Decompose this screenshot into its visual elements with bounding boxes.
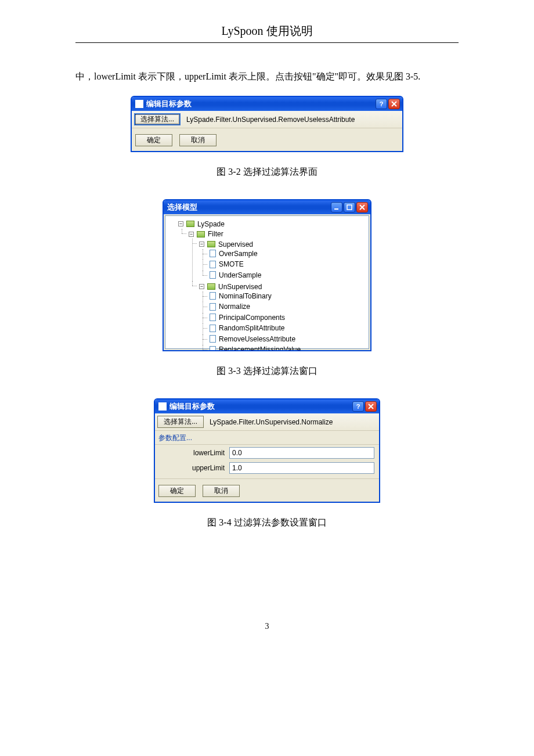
file-icon <box>210 325 216 332</box>
app-icon <box>158 402 167 411</box>
tree-label: LySpade <box>197 219 225 229</box>
window-title: 选择模型 <box>167 202 331 213</box>
folder-icon <box>207 241 215 247</box>
collapse-icon[interactable]: − <box>189 232 194 237</box>
tree-label: ReplacementMissingValue <box>219 345 301 351</box>
algorithm-path-text: LySpade.Filter.UnSupervised.RemoveUseles… <box>186 116 355 124</box>
tree-label: NominalToBinary <box>219 291 272 301</box>
folder-icon <box>207 283 215 290</box>
cancel-button[interactable]: 取消 <box>203 485 240 497</box>
close-button[interactable] <box>356 202 368 213</box>
tree-label: RandomSplitAttribute <box>219 323 284 333</box>
figure-caption-3-4: 图 3-4 过滤算法参数设置窗口 <box>75 517 459 529</box>
tree-label: SMOTE <box>219 260 244 269</box>
svg-rect-0 <box>347 205 352 210</box>
file-icon <box>210 250 216 257</box>
minimize-button[interactable] <box>331 202 342 213</box>
titlebar[interactable]: 编辑目标参数 ? <box>132 97 402 111</box>
tree-label: OverSample <box>219 249 258 258</box>
tree-label: Supervised <box>218 240 253 249</box>
folder-icon <box>197 231 205 237</box>
param-label-lowerlimit: lowerLimit <box>160 449 229 457</box>
tree-leaf[interactable]: RandomSplitAttribute <box>210 323 284 333</box>
dialog-edit-target-params-2: 编辑目标参数 ? 选择算法... LySpade.Filter.UnSuperv… <box>154 398 380 503</box>
ok-button[interactable]: 确定 <box>158 485 196 497</box>
close-button[interactable] <box>365 401 377 412</box>
tree-leaf[interactable]: PrincipalComponents <box>210 313 285 322</box>
tree-label: PrincipalComponents <box>219 313 285 322</box>
tree-label: Filter <box>208 229 223 239</box>
figure-caption-3-2: 图 3-2 选择过滤算法界面 <box>75 166 459 178</box>
file-icon <box>210 346 216 352</box>
maximize-button[interactable] <box>344 202 355 213</box>
tree-leaf[interactable]: NominalToBinary <box>210 291 272 301</box>
close-icon <box>359 204 365 210</box>
section-params-config: 参数配置... <box>155 431 379 445</box>
file-icon <box>210 271 216 279</box>
tree-node-supervised[interactable]: − Supervised <box>199 240 253 249</box>
cancel-button[interactable]: 取消 <box>179 134 217 146</box>
page-header: LySpoon 使用说明 <box>75 23 459 43</box>
tree-leaf[interactable]: Normalize <box>210 302 250 311</box>
body-paragraph: 中，lowerLimit 表示下限，upperLimit 表示上限。点击按钮"确… <box>75 66 459 87</box>
help-button[interactable]: ? <box>376 99 387 109</box>
lowerlimit-input[interactable] <box>229 447 374 459</box>
collapse-icon[interactable]: − <box>199 242 204 247</box>
minimize-icon <box>334 204 340 210</box>
collapse-icon[interactable]: − <box>199 284 204 289</box>
window-title: 编辑目标参数 <box>169 401 352 412</box>
file-icon <box>210 292 216 300</box>
app-icon <box>135 100 143 108</box>
tree-node-root[interactable]: − LySpade <box>178 219 225 229</box>
help-button[interactable]: ? <box>352 401 364 412</box>
file-icon <box>210 314 216 321</box>
figure-caption-3-3: 图 3-3 选择过滤算法窗口 <box>75 365 459 377</box>
tree-node-filter[interactable]: − Filter <box>189 229 223 239</box>
file-icon <box>210 335 216 343</box>
dialog-edit-target-params-1: 编辑目标参数 ? 选择算法... LySpade.Filter.UnSuperv… <box>131 96 403 152</box>
param-label-upperlimit: upperLimit <box>160 464 229 472</box>
tree-label: RemoveUselessAttribute <box>219 334 295 344</box>
tree-node-unsupervised[interactable]: − UnSupervised <box>199 282 262 291</box>
file-icon <box>210 261 216 268</box>
close-icon <box>391 101 397 107</box>
tree-leaf[interactable]: SMOTE <box>210 260 244 269</box>
tree-leaf[interactable]: RemoveUselessAttribute <box>210 334 295 344</box>
tree-leaf[interactable]: ReplacementMissingValue <box>210 345 301 351</box>
folder-icon <box>186 221 194 227</box>
upperlimit-input[interactable] <box>229 462 374 474</box>
ok-button[interactable]: 确定 <box>135 134 172 146</box>
tree-label: Normalize <box>219 302 250 311</box>
tree-leaf[interactable]: UnderSample <box>210 271 261 280</box>
file-icon <box>210 303 216 311</box>
close-button[interactable] <box>388 99 400 109</box>
tree-label: UnderSample <box>219 271 261 280</box>
algorithm-tree[interactable]: − LySpade − Filter <box>165 215 369 349</box>
maximize-icon <box>347 204 352 210</box>
titlebar[interactable]: 选择模型 <box>164 200 370 214</box>
dialog-select-model: 选择模型 − LySpade <box>163 199 371 351</box>
window-title: 编辑目标参数 <box>146 99 376 109</box>
select-algorithm-button[interactable]: 选择算法... <box>134 113 181 125</box>
tree-label: UnSupervised <box>218 282 262 291</box>
algorithm-path-text: LySpade.Filter.UnSupervised.Normalize <box>210 418 333 426</box>
page-number: 3 <box>75 622 459 631</box>
tree-leaf[interactable]: OverSample <box>210 249 258 258</box>
close-icon <box>368 404 374 409</box>
select-algorithm-button[interactable]: 选择算法... <box>157 416 204 428</box>
collapse-icon[interactable]: − <box>178 221 183 226</box>
titlebar[interactable]: 编辑目标参数 ? <box>155 399 379 413</box>
